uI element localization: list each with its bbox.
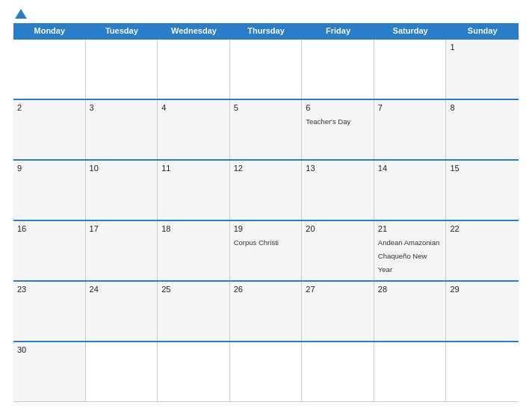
day-number: 26 bbox=[234, 285, 298, 294]
day-number: 28 bbox=[378, 285, 442, 294]
calendar-week-3: 9101112131415 bbox=[13, 159, 519, 220]
cal-cell: 2 bbox=[13, 100, 86, 159]
cal-cell: 12 bbox=[230, 161, 303, 220]
cal-cell: 29 bbox=[446, 282, 519, 341]
day-number: 9 bbox=[17, 164, 81, 173]
logo-triangle-icon bbox=[15, 9, 27, 19]
calendar-week-2: 23456Teacher's Day78 bbox=[13, 99, 519, 159]
day-number: 16 bbox=[17, 224, 81, 233]
cal-cell: 4 bbox=[158, 100, 230, 159]
calendar-page: MondayTuesdayWednesdayThursdayFridaySatu… bbox=[0, 0, 532, 411]
cal-cell: 30 bbox=[13, 342, 86, 401]
cal-cell: 3 bbox=[86, 100, 158, 159]
cal-cell: 20 bbox=[302, 221, 374, 280]
day-of-week-wednesday: Wednesday bbox=[158, 23, 230, 38]
cal-cell: 16 bbox=[13, 221, 86, 280]
day-number: 2 bbox=[17, 103, 81, 112]
cal-cell: 15 bbox=[446, 161, 519, 220]
cal-cell bbox=[374, 342, 447, 401]
day-number: 22 bbox=[450, 224, 515, 233]
calendar-week-6: 30 bbox=[13, 341, 519, 402]
day-number: 15 bbox=[450, 164, 515, 173]
day-number: 11 bbox=[161, 164, 226, 173]
day-number: 30 bbox=[17, 345, 81, 354]
calendar-body: 123456Teacher's Day789101112131415161718… bbox=[13, 38, 519, 402]
cal-cell bbox=[86, 342, 158, 401]
event-label: Andean Amazonian Chaqueño New Year bbox=[378, 238, 439, 274]
cal-cell: 1 bbox=[446, 40, 519, 99]
day-number: 14 bbox=[378, 164, 442, 173]
day-of-week-monday: Monday bbox=[13, 23, 86, 38]
day-number: 6 bbox=[306, 103, 370, 112]
cal-cell: 11 bbox=[158, 161, 230, 220]
cal-cell bbox=[86, 40, 158, 99]
cal-cell: 27 bbox=[302, 282, 374, 341]
day-of-week-saturday: Saturday bbox=[374, 23, 447, 38]
day-number: 12 bbox=[234, 164, 298, 173]
cal-cell: 6Teacher's Day bbox=[302, 100, 374, 159]
day-number: 29 bbox=[450, 285, 515, 294]
day-number: 5 bbox=[234, 103, 298, 112]
day-of-week-sunday: Sunday bbox=[446, 23, 519, 38]
cal-cell bbox=[230, 342, 303, 401]
cal-cell bbox=[158, 342, 230, 401]
day-of-week-thursday: Thursday bbox=[230, 23, 303, 38]
cal-cell: 13 bbox=[302, 161, 374, 220]
cal-cell: 5 bbox=[230, 100, 303, 159]
day-number: 19 bbox=[234, 224, 298, 233]
header bbox=[13, 9, 519, 19]
day-number: 23 bbox=[17, 285, 81, 294]
day-number: 4 bbox=[161, 103, 226, 112]
day-number: 21 bbox=[378, 224, 442, 233]
cal-cell: 26 bbox=[230, 282, 303, 341]
cal-cell bbox=[158, 40, 230, 99]
calendar-week-5: 23242526272829 bbox=[13, 280, 519, 341]
cal-cell: 25 bbox=[158, 282, 230, 341]
event-label: Teacher's Day bbox=[306, 117, 350, 126]
day-number: 17 bbox=[90, 224, 154, 233]
day-number: 18 bbox=[161, 224, 226, 233]
cal-cell: 23 bbox=[13, 282, 86, 341]
day-number: 20 bbox=[306, 224, 370, 233]
day-number: 24 bbox=[90, 285, 154, 294]
cal-cell: 18 bbox=[158, 221, 230, 280]
day-number: 13 bbox=[306, 164, 370, 173]
event-label: Corpus Christi bbox=[234, 238, 279, 247]
cal-cell bbox=[446, 342, 519, 401]
calendar-header: MondayTuesdayWednesdayThursdayFridaySatu… bbox=[13, 23, 519, 38]
day-number: 25 bbox=[161, 285, 226, 294]
day-of-week-friday: Friday bbox=[302, 23, 374, 38]
calendar: MondayTuesdayWednesdayThursdayFridaySatu… bbox=[13, 23, 519, 402]
cal-cell: 8 bbox=[446, 100, 519, 159]
calendar-week-1: 1 bbox=[13, 38, 519, 99]
cal-cell bbox=[302, 40, 374, 99]
cal-cell: 9 bbox=[13, 161, 86, 220]
cal-cell bbox=[302, 342, 374, 401]
cal-cell: 10 bbox=[86, 161, 158, 220]
cal-cell bbox=[374, 40, 447, 99]
day-number: 27 bbox=[306, 285, 370, 294]
cal-cell: 24 bbox=[86, 282, 158, 341]
calendar-week-4: 16171819Corpus Christi2021Andean Amazoni… bbox=[13, 220, 519, 280]
logo bbox=[13, 9, 27, 19]
day-number: 3 bbox=[90, 103, 154, 112]
day-number: 7 bbox=[378, 103, 442, 112]
cal-cell: 7 bbox=[374, 100, 447, 159]
day-number: 8 bbox=[450, 103, 515, 112]
cal-cell bbox=[230, 40, 303, 99]
cal-cell bbox=[13, 40, 86, 99]
day-number: 10 bbox=[90, 164, 154, 173]
cal-cell: 21Andean Amazonian Chaqueño New Year bbox=[374, 221, 447, 280]
cal-cell: 17 bbox=[86, 221, 158, 280]
day-number: 1 bbox=[450, 43, 515, 52]
cal-cell: 28 bbox=[374, 282, 447, 341]
cal-cell: 19Corpus Christi bbox=[230, 221, 303, 280]
day-of-week-tuesday: Tuesday bbox=[86, 23, 158, 38]
cal-cell: 14 bbox=[374, 161, 447, 220]
cal-cell: 22 bbox=[446, 221, 519, 280]
